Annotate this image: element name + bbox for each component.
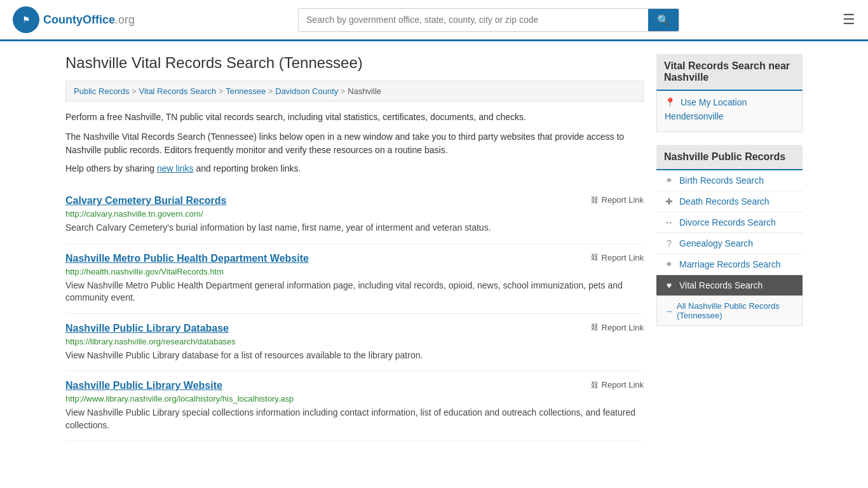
result-url[interactable]: http://calvary.nashville.tn.govern.com/ <box>65 209 644 219</box>
result-header: Calvary Cemetery Burial Records ⛓ Report… <box>65 195 644 207</box>
breadcrumb-public-records[interactable]: Public Records <box>74 86 129 96</box>
hendersonville-item: Hendersonville <box>665 111 794 121</box>
report-link-button[interactable]: ⛓ Report Link <box>591 380 644 390</box>
breadcrumb-sep-2: > <box>219 87 223 96</box>
search-input[interactable] <box>299 10 648 30</box>
sidebar-nearby-content: 📍 Use My Location Hendersonville <box>656 91 803 132</box>
help-prefix: Help others by sharing <box>65 163 157 173</box>
chain-icon: ⛓ <box>591 323 599 332</box>
result-header: Nashville Metro Public Health Department… <box>65 253 644 264</box>
result-header: Nashville Public Library Database ⛓ Repo… <box>65 323 644 334</box>
sidebar-item-marriage-records[interactable]: ⚭ Marriage Records Search <box>656 254 803 275</box>
chain-icon: ⛓ <box>591 253 599 262</box>
logo-text: CountyOffice.org <box>43 13 135 27</box>
result-title[interactable]: Nashville Public Library Database <box>65 323 229 334</box>
use-my-location-item: 📍 Use My Location <box>665 97 794 107</box>
chain-icon: ⛓ <box>591 381 599 390</box>
help-suffix: and reporting broken links. <box>194 163 301 173</box>
sidebar-nearby-section: Vital Records Search near Nashville 📍 Us… <box>656 54 803 132</box>
search-icon: 🔍 <box>657 15 670 25</box>
result-title[interactable]: Nashville Public Library Website <box>65 380 222 391</box>
report-link-button[interactable]: ⛓ Report Link <box>591 253 644 262</box>
help-text: Help others by sharing new links and rep… <box>65 163 644 173</box>
search-bar: 🔍 <box>298 8 679 32</box>
report-link-button[interactable]: ⛓ Report Link <box>591 195 644 205</box>
sidebar-public-records-section: Nashville Public Records ⚭ Birth Records… <box>656 145 803 326</box>
search-button[interactable]: 🔍 <box>648 9 679 31</box>
breadcrumb-vital-records-search[interactable]: Vital Records Search <box>139 86 216 96</box>
use-my-location-link[interactable]: Use My Location <box>681 97 747 107</box>
result-desc: Search Calvary Cemetery's burial informa… <box>65 222 644 234</box>
sidebar: Vital Records Search near Nashville 📍 Us… <box>656 54 803 442</box>
sidebar-public-records-header: Nashville Public Records <box>656 145 803 170</box>
result-desc: View Nashville Public Library database f… <box>65 349 644 362</box>
sidebar-item-birth-records[interactable]: ⚭ Birth Records Search <box>656 170 803 191</box>
result-item: Nashville Public Library Website ⛓ Repor… <box>65 371 644 441</box>
question-icon: ? <box>664 238 674 248</box>
breadcrumb-nashville: Nashville <box>348 86 381 96</box>
result-title[interactable]: Nashville Metro Public Health Department… <box>65 253 309 264</box>
breadcrumb-davidson-county[interactable]: Davidson County <box>275 86 338 96</box>
rings-icon: ⚭ <box>664 259 674 269</box>
result-desc: View Nashville Metro Public Health Depar… <box>65 280 644 304</box>
result-url[interactable]: http://www.library.nashville.org/localhi… <box>65 394 644 403</box>
intro-text: Perform a free Nashville, TN public vita… <box>65 111 644 124</box>
chain-icon: ⛓ <box>591 196 599 205</box>
result-item: Nashville Metro Public Health Department… <box>65 244 644 314</box>
heart-icon: ♥ <box>664 280 674 290</box>
sidebar-nearby-header: Vital Records Search near Nashville <box>656 54 803 91</box>
location-pin-icon: 📍 <box>665 97 675 107</box>
result-url[interactable]: https://library.nashville.org/research/d… <box>65 337 644 346</box>
page-title: Nashville Vital Records Search (Tennesse… <box>65 54 644 72</box>
site-header: ⚑ CountyOffice.org 🔍 ☰ <box>0 0 868 41</box>
arrows-icon: ↔ <box>664 217 674 227</box>
sidebar-item-divorce-records[interactable]: ↔ Divorce Records Search <box>656 212 803 233</box>
breadcrumb-sep-3: > <box>268 87 273 96</box>
results-list: Calvary Cemetery Burial Records ⛓ Report… <box>65 186 644 442</box>
arrow-right-icon: → <box>665 306 673 316</box>
result-url[interactable]: http://health.nashville.gov/VitalRecords… <box>65 267 644 276</box>
result-desc: View Nashville Public Library special co… <box>65 407 644 431</box>
person-icon: ⚭ <box>664 175 674 186</box>
sidebar-item-death-records[interactable]: ✚ Death Records Search <box>656 191 803 212</box>
result-title[interactable]: Calvary Cemetery Burial Records <box>65 195 226 207</box>
result-item: Calvary Cemetery Burial Records ⛓ Report… <box>65 186 644 244</box>
hendersonville-link[interactable]: Hendersonville <box>665 111 724 121</box>
cross-icon: ✚ <box>664 196 674 207</box>
sidebar-all-records-link[interactable]: → All Nashville Public Records (Tennesse… <box>656 296 803 326</box>
result-header: Nashville Public Library Website ⛓ Repor… <box>65 380 644 391</box>
result-item: Nashville Public Library Database ⛓ Repo… <box>65 314 644 372</box>
breadcrumb: Public Records > Vital Records Search > … <box>65 81 644 102</box>
report-link-button[interactable]: ⛓ Report Link <box>591 323 644 332</box>
content-area: Nashville Vital Records Search (Tennesse… <box>65 54 644 442</box>
sidebar-item-genealogy[interactable]: ? Genealogy Search <box>656 233 803 254</box>
breadcrumb-tennessee[interactable]: Tennessee <box>226 86 266 96</box>
breadcrumb-sep-4: > <box>341 87 345 96</box>
svg-text:⚑: ⚑ <box>22 15 31 25</box>
disclaimer-text: The Nashville Vital Records Search (Tenn… <box>65 130 644 157</box>
main-layout: Nashville Vital Records Search (Tennesse… <box>53 41 815 454</box>
site-logo[interactable]: ⚑ CountyOffice.org <box>13 6 135 33</box>
breadcrumb-sep-1: > <box>132 87 136 96</box>
hamburger-menu-button[interactable]: ☰ <box>843 13 855 27</box>
sidebar-item-vital-records[interactable]: ♥ Vital Records Search <box>656 275 803 296</box>
new-links-link[interactable]: new links <box>157 163 194 173</box>
logo-icon: ⚑ <box>13 6 39 33</box>
